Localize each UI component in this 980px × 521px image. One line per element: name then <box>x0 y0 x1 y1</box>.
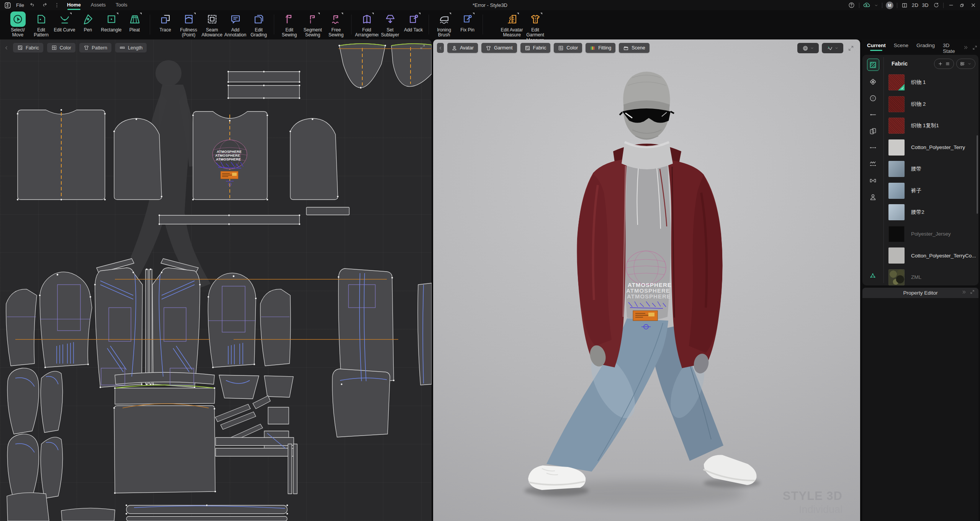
toolbar-edit-garment-measure[interactable]: Edit Garment Measure <box>524 11 547 43</box>
viewport-3d[interactable]: ATMOSPHERE ATMOSPHERE ATMOSPHERE AvatarG… <box>433 39 860 521</box>
pattern-canvas-2d[interactable]: ATMOSPHERE ATMOSPHERE ATMOSPHERE <box>0 39 432 521</box>
toolbar-fix-pin[interactable]: Fix Pin <box>456 11 479 33</box>
fabric-view-mode[interactable] <box>956 59 975 69</box>
menu-tools[interactable]: Tools <box>116 0 127 10</box>
collapse-left-icon[interactable] <box>437 43 444 53</box>
divider <box>882 3 882 8</box>
redo-icon[interactable] <box>41 2 49 9</box>
tool-3d-color[interactable]: Color <box>554 43 582 53</box>
sidebar-tool-button[interactable] <box>867 92 879 104</box>
toolbar-pen[interactable]: Pen <box>76 11 100 33</box>
minimize-icon[interactable] <box>947 2 955 9</box>
toolbar-fullness-point[interactable]: Fullness (Point) <box>177 11 200 38</box>
avatar-measure-icon <box>506 13 518 25</box>
menu-assets[interactable]: Assets <box>91 0 106 10</box>
toolbar-ironing-brush[interactable]: Ironing Brush <box>432 11 456 38</box>
avatar-model[interactable]: ATMOSPHERE ATMOSPHERE ATMOSPHERE <box>524 72 760 506</box>
cloud-upload-icon[interactable] <box>863 2 870 9</box>
toolbar-edit-sewing[interactable]: Edit Sewing <box>278 11 301 38</box>
expand-panel-icon[interactable] <box>972 45 977 50</box>
fabric-item[interactable]: 织物 1复制1 <box>885 115 977 137</box>
expand-3d-icon[interactable] <box>848 45 854 51</box>
tool-2d-fabric[interactable]: Fabric <box>13 43 43 52</box>
property-editor-header[interactable]: Property Editor <box>862 288 978 298</box>
animation-mode-button[interactable] <box>822 43 843 53</box>
patch-icon <box>869 127 877 135</box>
toolbar-edit-curve[interactable]: Edit Curve <box>53 11 76 33</box>
sidebar-tool-physics[interactable] <box>867 270 879 282</box>
file-menu[interactable]: File <box>16 2 24 8</box>
tool-2d-length[interactable]: Length <box>115 43 147 52</box>
tool-3d-fitting[interactable]: Fitting <box>586 43 615 53</box>
collapse-left-icon[interactable] <box>4 45 9 51</box>
toolbar-separator <box>351 15 352 34</box>
viewport-3d-canvas[interactable]: ATMOSPHERE ATMOSPHERE ATMOSPHERE <box>433 39 860 521</box>
toolbar-separator <box>429 15 429 34</box>
toolbar-set-sublayer[interactable]: Set Sublayer <box>378 11 402 38</box>
toolbar-edit-pattern[interactable]: Edit Pattern <box>29 11 53 38</box>
more-options-icon[interactable] <box>53 2 61 9</box>
close-icon[interactable] <box>969 2 977 9</box>
sidebar-tool-baste-stitch[interactable] <box>867 142 879 153</box>
reset-view-icon[interactable] <box>932 2 940 9</box>
tool-2d-color[interactable]: Color <box>47 43 75 52</box>
fabric-add-actions[interactable] <box>934 59 954 69</box>
tab-current[interactable]: Current <box>867 41 886 54</box>
account-avatar[interactable]: M <box>886 2 893 9</box>
toolbar-add-annotation[interactable]: Add Annotation <box>224 11 247 38</box>
tool-3d-fabric[interactable]: Fabric <box>520 43 551 53</box>
expand-2d-icon[interactable] <box>420 44 425 50</box>
split-view-icon[interactable] <box>901 2 908 9</box>
fabric-item[interactable]: Polyester_Jersey <box>885 223 977 245</box>
pattern-panel-2d[interactable]: ATMOSPHERE ATMOSPHERE ATMOSPHERE <box>0 39 432 521</box>
toolbar-edit-avatar-measure[interactable]: Edit Avatar Measure <box>500 11 524 38</box>
toolbar-trace[interactable]: Trace <box>154 11 177 33</box>
fabric-item[interactable]: Cotton_Polyester_TerryCo... <box>885 245 977 267</box>
toolbar-seam-allowance[interactable]: Seam Allowance <box>200 11 224 38</box>
collapse-right-icon[interactable] <box>962 290 967 295</box>
tab-3d-state[interactable]: 3D State <box>943 41 955 54</box>
toolbar-segment-sewing[interactable]: Segment Sewing <box>301 11 324 38</box>
tool-2d-pattern[interactable]: Pattern <box>79 43 111 52</box>
collapse-right-icon[interactable] <box>963 45 969 50</box>
sidebar-tool-elastic[interactable] <box>867 175 879 186</box>
sidebar-tool-avatar-person[interactable] <box>867 191 879 203</box>
view-3d-button[interactable]: 3D <box>922 2 929 8</box>
tab-grading[interactable]: Grading <box>916 41 935 54</box>
fabric-item[interactable]: ✓织物 1 <box>885 72 977 93</box>
fabric-item[interactable]: 裤子 <box>885 180 977 202</box>
sidebar-tool-zigzag-stitch[interactable] <box>867 158 879 170</box>
sidebar-tool-fabric-swatch[interactable] <box>867 59 879 71</box>
sidebar-tool-trim-flower[interactable] <box>867 76 879 87</box>
undo-icon[interactable] <box>29 2 36 9</box>
toolbar-rectangle[interactable]: Rectangle <box>100 11 123 33</box>
toolbar-add-tack[interactable]: Add Tack <box>402 11 425 33</box>
toolbar-pleat[interactable]: Pleat <box>123 11 146 33</box>
fabric-swatch-thumbnail: ✓ <box>888 74 905 90</box>
tool-3d-scene[interactable]: Scene <box>619 43 649 53</box>
pattern-pieces[interactable] <box>6 44 432 521</box>
tool-3d-garment[interactable]: Garment <box>481 43 517 53</box>
expand-panel-icon[interactable] <box>970 290 975 295</box>
sidebar-tool-patch[interactable] <box>867 125 879 137</box>
help-icon[interactable] <box>848 2 856 9</box>
chevron-down-icon[interactable] <box>874 2 879 9</box>
titlebar: File HomeAssetsTools *Error - Style3D M … <box>0 0 980 10</box>
camera-mode-button[interactable] <box>797 43 819 53</box>
toolbar-fold-arrangement[interactable]: Fold Arrangemen <box>355 11 378 38</box>
toolbar-edit-grading[interactable]: Edit Grading <box>247 11 270 38</box>
scrollbar[interactable] <box>977 135 978 214</box>
menu-home[interactable]: Home <box>67 0 81 10</box>
toolbar-free-sewing[interactable]: Free Sewing <box>324 11 348 38</box>
view-2d-button[interactable]: 2D <box>912 2 919 8</box>
fabric-item[interactable]: 织物 2 <box>885 93 977 115</box>
restore-icon[interactable] <box>958 2 966 9</box>
tab-scene[interactable]: Scene <box>894 41 908 54</box>
tool-3d-avatar[interactable]: Avatar <box>447 43 478 53</box>
fabric-item[interactable]: 腰带2 <box>885 202 977 223</box>
fabric-item[interactable]: Cotton_Polyester_Terry <box>885 137 977 159</box>
fabric-item[interactable]: ZML <box>885 267 977 286</box>
toolbar-select-move[interactable]: Select/ Move <box>6 11 29 38</box>
sidebar-tool-pin-line[interactable] <box>867 109 879 120</box>
fabric-item[interactable]: 腰带 <box>885 158 977 180</box>
